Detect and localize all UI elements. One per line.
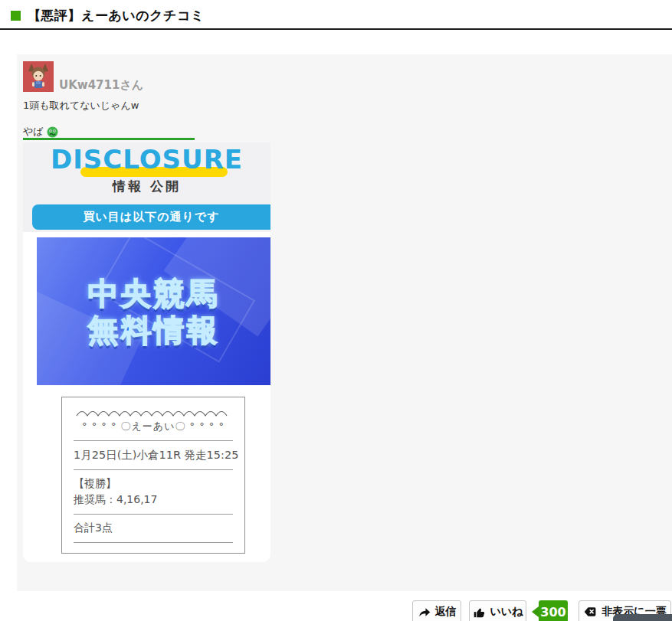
ticket-divider <box>74 514 233 515</box>
reply-button[interactable]: 返信 <box>412 600 461 621</box>
thumbs-up-icon <box>473 606 486 619</box>
ticket-divider <box>74 469 233 470</box>
ticket-divider <box>74 542 233 543</box>
buy-list-banner: 買い目は以下の通りです <box>32 204 270 230</box>
like-count: 300 <box>540 605 565 619</box>
keiba-poster: 中央競馬 無料情報 <box>37 237 270 385</box>
poster-line1: 中央競馬 <box>88 275 220 312</box>
ticket-divider <box>74 440 233 441</box>
reply-button-label: 返信 <box>435 605 457 619</box>
poster-line2: 無料情報 <box>88 312 220 348</box>
review-comment-line2-text: やば <box>23 125 44 139</box>
disclosure-subheadline: 情報 公開 <box>23 178 270 195</box>
like-button-label: いいね <box>490 605 523 619</box>
disclosure-headline: DISCLOSURE <box>23 145 270 173</box>
review-comment-line2: やば <box>23 125 58 139</box>
avatar <box>23 61 54 92</box>
hide-tag-icon <box>583 605 597 619</box>
ticket-brand-row: ° ° ° ° 〇えーあい〇 ° ° ° ° <box>74 420 233 433</box>
like-count-badge: 300 <box>539 600 568 621</box>
promo-image[interactable]: DISCLOSURE 情報 公開 買い目は以下の通りです 中央競馬 無料情報 °… <box>23 142 270 562</box>
like-button[interactable]: いいね <box>469 600 526 621</box>
ticket-race-info: 1月25日(土)小倉11R 発走15:25 <box>74 448 233 462</box>
section-bullet-square <box>11 11 21 21</box>
nauseated-face-emoji-icon <box>47 126 58 138</box>
review-comment-line1: 1頭も取れてないじゃんw <box>23 99 139 113</box>
comment-underline <box>23 138 195 140</box>
tip-ticket: ° ° ° ° 〇えーあい〇 ° ° ° ° 1月25日(土)小倉11R 発走1… <box>61 397 245 554</box>
scallop-border <box>75 408 232 417</box>
ticket-horses: 推奨馬：4,16,17 <box>74 493 233 507</box>
disclosure-heading-wrap: DISCLOSURE <box>23 145 270 173</box>
reply-arrow-icon <box>418 606 431 619</box>
corner-tooltip-fragment[interactable] <box>613 614 672 621</box>
review-card: UKw4711さん 1頭も取れてないじゃんw やば DISCLOSURE 情報 … <box>17 54 672 591</box>
page-title: 【悪評】えーあいのクチコミ <box>28 7 205 25</box>
ticket-bet-type: 【複勝】 <box>74 477 233 491</box>
reviewer-username: UKw4711さん <box>59 78 143 93</box>
ticket-total: 合計3点 <box>74 521 233 535</box>
header-divider <box>0 28 672 30</box>
